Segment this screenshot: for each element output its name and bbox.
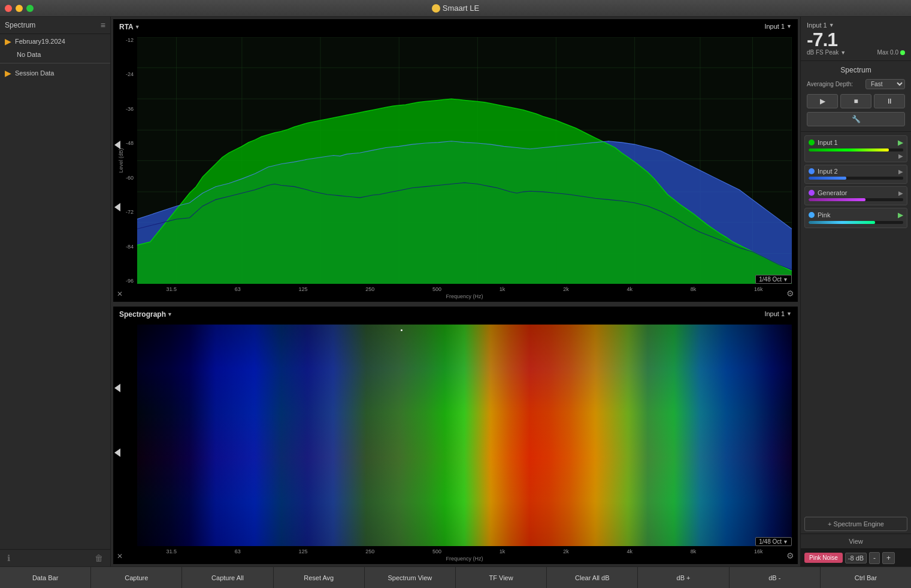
toolbar-clear-all-db[interactable]: Clear All dB — [547, 567, 638, 588]
rta-y-axis: -12 -24 -36 -48 -60 -72 -84 -96 — [113, 37, 137, 284]
meter-value-display: -7.1 — [807, 30, 905, 49]
signal-input2-top: Input 2 ▶ — [809, 168, 903, 175]
spec-scroll-tri-2 — [114, 448, 120, 457]
signal-generator-label: Generator — [818, 189, 848, 196]
pink-noise-minus-btn[interactable]: - — [869, 552, 880, 564]
rta-input-arrow[interactable]: ▼ — [786, 23, 792, 29]
signal-pink-meter — [809, 221, 903, 224]
signal-input2-dot — [809, 168, 815, 174]
avg-depth-label: Averaging Depth: — [807, 81, 853, 87]
close-button[interactable] — [5, 5, 12, 12]
x-label-16k: 16k — [754, 286, 763, 292]
meter-input-arrow[interactable]: ▼ — [829, 22, 834, 28]
sidebar-item-session[interactable]: ▶ Session Data — [0, 66, 110, 80]
add-spectrum-engine-btn[interactable]: + Spectrum Engine — [804, 517, 907, 531]
rta-close-btn[interactable]: ✕ — [117, 290, 123, 298]
meter-unit-label[interactable]: dB FS Peak ▼ — [807, 49, 846, 56]
signal-pink-play[interactable]: ▶ — [898, 211, 903, 219]
sidebar-item-nodata[interactable]: No Data — [0, 49, 110, 60]
maximize-button[interactable] — [26, 5, 34, 12]
signal-input2-meter — [809, 177, 903, 180]
pause-button[interactable]: ⏸ — [874, 94, 905, 108]
signal-pink[interactable]: Pink ▶ — [804, 208, 907, 228]
toolbar-db-plus[interactable]: dB + — [638, 567, 729, 588]
toolbar-data-bar[interactable]: Data Bar — [0, 567, 91, 588]
spec-close-btn[interactable]: ✕ — [117, 552, 123, 560]
spec-settings-icon[interactable]: ⚙ — [786, 551, 794, 560]
signal-input2-fill — [809, 177, 846, 180]
spectrum-controls: Spectrum Averaging Depth: Fast Medium Sl… — [801, 61, 911, 132]
toolbar-reset-avg[interactable]: Reset Avg — [274, 567, 365, 588]
sidebar-info-icon[interactable]: ℹ — [7, 553, 10, 563]
spectrum-section-title: Spectrum — [807, 66, 905, 74]
meter-unit-arrow[interactable]: ▼ — [840, 50, 846, 56]
rta-svg — [137, 37, 792, 284]
spec-input-label[interactable]: Input 1 ▼ — [764, 310, 792, 317]
minimize-button[interactable] — [16, 5, 23, 12]
toolbar-spectrum-view[interactable]: Spectrum View — [365, 567, 456, 588]
pink-noise-bar: Pink Noise -8 dB - + — [801, 548, 911, 566]
y-label-3: -36 — [114, 106, 136, 112]
meter-input-label[interactable]: Input 1 ▼ — [807, 22, 834, 29]
sidebar-footer: ℹ 🗑 — [0, 549, 110, 566]
spectrograph-gradient — [137, 325, 792, 546]
spec-resolution-badge[interactable]: 1/48 Oct ▼ — [755, 537, 792, 546]
spec-scroll-marker-2[interactable] — [114, 448, 123, 457]
rta-resolution-badge[interactable]: 1/48 Oct ▼ — [755, 275, 792, 284]
app-icon — [432, 4, 440, 13]
spec-input-arrow[interactable]: ▼ — [786, 311, 792, 317]
signal-input2-arrow[interactable]: ▶ — [898, 168, 903, 175]
app-title: Smaart LE — [432, 4, 479, 13]
signal-pink-fill — [809, 221, 875, 224]
sidebar-item-label-session: Session Data — [15, 69, 54, 77]
stop-button[interactable]: ■ — [840, 94, 871, 108]
spec-scroll-tri-1 — [114, 384, 120, 392]
meter-max-label: Max 0.0 — [877, 49, 905, 56]
sidebar-delete-icon[interactable]: 🗑 — [95, 553, 103, 563]
rta-settings-icon[interactable]: ⚙ — [786, 289, 794, 298]
rta-chart-label[interactable]: RTA ▼ — [119, 23, 140, 31]
x-label-250: 250 — [365, 286, 374, 292]
toolbar-capture[interactable]: Capture — [91, 567, 182, 588]
signal-generator-dot — [809, 190, 815, 196]
window-controls[interactable] — [5, 5, 34, 12]
signal-input1-meter — [809, 148, 903, 151]
spec-x-axis: 31.5 63 125 250 500 1k 2k 4k 8k 16k — [137, 548, 792, 554]
spec-resolution-text: 1/48 Oct — [759, 538, 782, 545]
sidebar-item-february[interactable]: ▶ February19.2024 — [0, 34, 110, 49]
signal-input2[interactable]: Input 2 ▶ — [804, 165, 907, 184]
meter-max-text: Max 0.0 — [877, 49, 898, 56]
meter-unit-text: dB FS Peak — [807, 49, 839, 56]
signal-input1-play[interactable]: ▶ — [898, 138, 903, 147]
toolbar-capture-all[interactable]: Capture All — [182, 567, 273, 588]
signal-input1-right-arrow[interactable]: ▶ — [898, 153, 903, 159]
y-label-8: -96 — [114, 278, 136, 284]
sidebar-menu-icon[interactable]: ≡ — [101, 20, 105, 30]
spec-chart-label[interactable]: Spectrograph ▼ — [119, 310, 172, 319]
toolbar-tf-view[interactable]: TF View — [456, 567, 547, 588]
signal-generator[interactable]: Generator ▶ — [804, 186, 907, 205]
rta-res-arrow[interactable]: ▼ — [783, 277, 788, 283]
spec-res-arrow[interactable]: ▼ — [783, 539, 788, 545]
rta-dropdown-arrow[interactable]: ▼ — [135, 24, 140, 30]
pink-noise-button[interactable]: Pink Noise — [804, 553, 843, 563]
pink-noise-plus-btn[interactable]: + — [882, 552, 895, 564]
rta-input-label[interactable]: Input 1 ▼ — [764, 23, 792, 30]
avg-depth-select[interactable]: Fast Medium Slow — [865, 79, 905, 89]
sidebar-header: Spectrum ≡ — [0, 17, 110, 34]
toolbar-db-minus[interactable]: dB - — [730, 567, 821, 588]
title-bar: Smaart LE — [0, 0, 911, 17]
signal-generator-top: Generator ▶ — [809, 189, 903, 196]
signal-input1[interactable]: Input 1 ▶ ▶ — [804, 135, 907, 162]
sidebar: Spectrum ≡ ▶ February19.2024 No Data ▶ S… — [0, 17, 111, 566]
y-label-1: -12 — [114, 37, 136, 43]
play-button[interactable]: ▶ — [807, 94, 838, 108]
spec-dropdown-arrow[interactable]: ▼ — [167, 311, 172, 317]
toolbar-ctrl-bar[interactable]: Ctrl Bar — [821, 567, 911, 588]
rta-scroll-marker-2[interactable] — [114, 203, 123, 211]
spec-scroll-marker-1[interactable] — [114, 384, 123, 392]
tools-button[interactable]: 🔧 — [807, 112, 905, 126]
signal-generator-arrow[interactable]: ▶ — [898, 190, 903, 196]
x-label-4k: 4k — [626, 286, 632, 292]
rta-scroll-marker-1[interactable] — [114, 141, 123, 149]
